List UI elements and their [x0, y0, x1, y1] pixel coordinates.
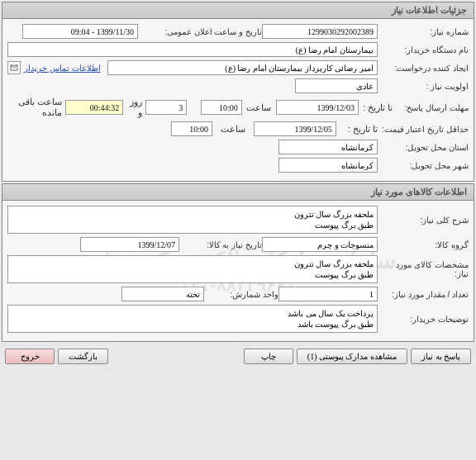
needby-label: تاریخ نیاز به کالا: — [179, 240, 262, 249]
unit-field[interactable] — [121, 287, 204, 301]
minvalid-date-field[interactable] — [254, 121, 336, 136]
time-label-2: ساعت — [212, 124, 254, 135]
time-label-1: ساعت — [242, 102, 276, 113]
needby-field[interactable] — [80, 237, 179, 252]
minvalid-time-field[interactable] — [171, 121, 212, 136]
deadline-label: مهلت ارسال پاسخ: — [393, 103, 469, 112]
province-label: استان محل تحویل: — [378, 143, 469, 152]
until-label-1: تا تاریخ : — [359, 102, 393, 113]
goods-info-panel: اطلاعات کالاهای مورد نیاز سامانه تدارکات… — [2, 183, 474, 342]
deadline-time-field[interactable] — [201, 100, 242, 115]
priority-label: اولویت نیاز : — [378, 82, 469, 91]
need-number-label: شماره نیاز: — [378, 27, 469, 36]
qty-field[interactable] — [278, 287, 378, 301]
public-date-label: تاریخ و ساعت اعلان عمومی: — [138, 27, 262, 36]
group-field[interactable] — [262, 237, 378, 252]
button-bar: پاسخ به نیاز مشاهده مدارک پیوستی (1) چاپ… — [0, 344, 476, 369]
public-date-field[interactable] — [22, 24, 138, 39]
buyernote-field[interactable] — [7, 305, 378, 333]
until-label-2: تا تاریخ : — [336, 124, 378, 135]
minvalid-label: حداقل تاریخ اعتبار قیمت: — [378, 125, 469, 134]
attachments-button[interactable]: مشاهده مدارک پیوستی (1) — [297, 349, 407, 364]
spec-label: مشخصات کالای مورد نیاز: — [378, 260, 469, 278]
contact-link[interactable]: اطلاعات تماس خریدار — [24, 64, 101, 73]
priority-field[interactable] — [295, 78, 378, 93]
creator-field[interactable] — [107, 60, 378, 75]
reply-button[interactable]: پاسخ به نیاز — [411, 349, 471, 364]
days-label: روز و — [123, 97, 145, 118]
panel2-title: اطلاعات کالاهای مورد نیاز — [2, 184, 474, 201]
exit-button[interactable]: خروج — [5, 349, 55, 364]
org-label: نام دستگاه خریدار: — [378, 45, 469, 55]
need-number-field[interactable] — [262, 24, 378, 39]
org-field[interactable] — [7, 42, 378, 57]
city-label: شهر محل تحویل: — [378, 161, 469, 170]
unit-label: واحد شمارش: — [204, 290, 278, 299]
group-label: گروه کالا: — [378, 240, 469, 249]
panel1-title: جزئیات اطلاعات نیاز — [2, 2, 474, 19]
creator-label: ایجاد کننده درخواست: — [378, 64, 469, 73]
deadline-date-field[interactable] — [276, 100, 359, 115]
print-button[interactable]: چاپ — [244, 349, 293, 364]
remain-label: ساعت باقی مانده — [7, 97, 65, 118]
spec-field[interactable] — [7, 255, 378, 283]
province-field[interactable] — [278, 140, 378, 154]
back-button[interactable]: بازگشت — [58, 349, 108, 364]
contact-icon[interactable] — [7, 61, 21, 74]
countdown-field — [65, 100, 123, 115]
city-field[interactable] — [278, 158, 378, 173]
days-remaining-field[interactable] — [145, 100, 187, 115]
qty-label: تعداد / مقدار مورد نیاز: — [378, 290, 469, 299]
desc-field[interactable] — [7, 206, 378, 234]
need-details-panel: جزئیات اطلاعات نیاز شماره نیاز: تاریخ و … — [2, 2, 474, 182]
desc-label: شرح کلی نیاز: — [378, 216, 469, 225]
buyernote-label: توضیحات خریدار: — [378, 315, 469, 324]
